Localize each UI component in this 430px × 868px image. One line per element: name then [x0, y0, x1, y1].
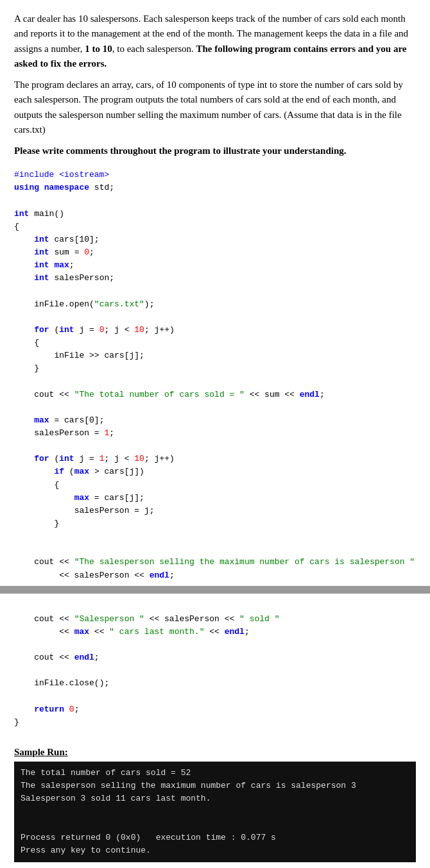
code-block-bottom: cout << "Salesperson " << salesPerson <<… — [14, 594, 416, 733]
description-para-2: The program declares an array, cars, of … — [14, 78, 416, 137]
page-divider — [0, 586, 430, 594]
sample-run-label: Sample Run: — [14, 747, 416, 758]
code-block-top: #include <iostream> using namespace std;… — [14, 165, 416, 586]
description-para-1: A car dealer has 10 salespersons. Each s… — [14, 12, 416, 71]
terminal-output: The total number of cars sold = 52 The s… — [14, 762, 416, 862]
description-para-3: Please write comments throughout the pro… — [14, 144, 416, 158]
